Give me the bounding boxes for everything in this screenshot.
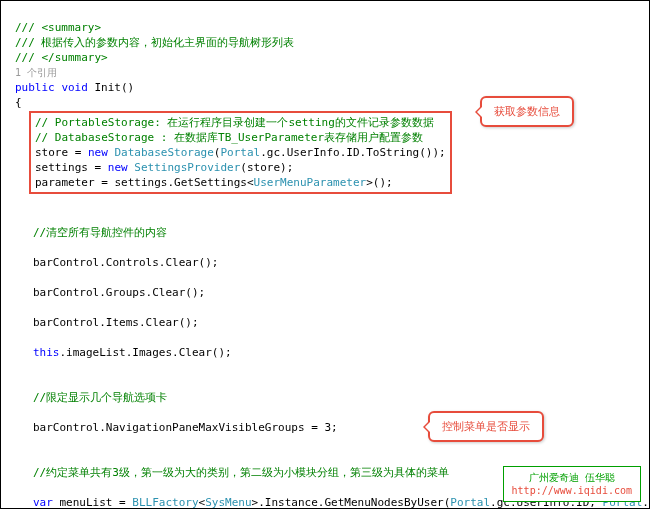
callout-get-params: 获取参数信息 — [480, 96, 574, 127]
line-clear-groups: barControl.Groups.Clear(); — [15, 285, 641, 300]
watermark-url: http://www.iqidi.com — [512, 484, 632, 497]
comment-database: // DatabaseStorage : 在数据库TB_UserParamete… — [35, 131, 423, 144]
comment-limit: //限定显示几个导航选项卡 — [15, 390, 641, 405]
xml-doc-summary-close: /// </summary> — [15, 51, 108, 64]
line-clear-images: this.imageList.Images.Clear(); — [15, 345, 641, 360]
watermark-author: 广州爱奇迪 伍华聪 — [512, 471, 632, 484]
callout-control-menu: 控制菜单是否显示 — [428, 411, 544, 442]
comment-portable: // PortableStorage: 在运行程序目录创建一个setting的文… — [35, 116, 434, 129]
method-signature: public void Init() — [15, 81, 134, 94]
line-parameter: parameter = settings.GetSettings<UserMen… — [35, 176, 393, 189]
line-clear-items: barControl.Items.Clear(); — [15, 315, 641, 330]
references-count: 1 个引用 — [15, 67, 57, 78]
xml-doc-desc: /// 根据传入的参数内容，初始化主界面的导航树形列表 — [15, 36, 295, 49]
line-store: store = new DatabaseStorage(Portal.gc.Us… — [35, 146, 446, 159]
line-max-groups: barControl.NavigationPaneMaxVisibleGroup… — [15, 420, 641, 435]
comment-clear: //清空所有导航控件的内容 — [15, 225, 641, 240]
brace-open: { — [15, 96, 22, 109]
line-settings: settings = new SettingsProvider(store); — [35, 161, 293, 174]
highlight-box-1: // PortableStorage: 在运行程序目录创建一个setting的文… — [29, 111, 452, 194]
line-clear-controls: barControl.Controls.Clear(); — [15, 255, 641, 270]
code-block: /// <summary> /// 根据传入的参数内容，初始化主界面的导航树形列… — [1, 1, 649, 509]
watermark-logo: 广州爱奇迪 伍华聪 http://www.iqidi.com — [503, 466, 641, 502]
xml-doc-summary-open: /// <summary> — [15, 21, 101, 34]
